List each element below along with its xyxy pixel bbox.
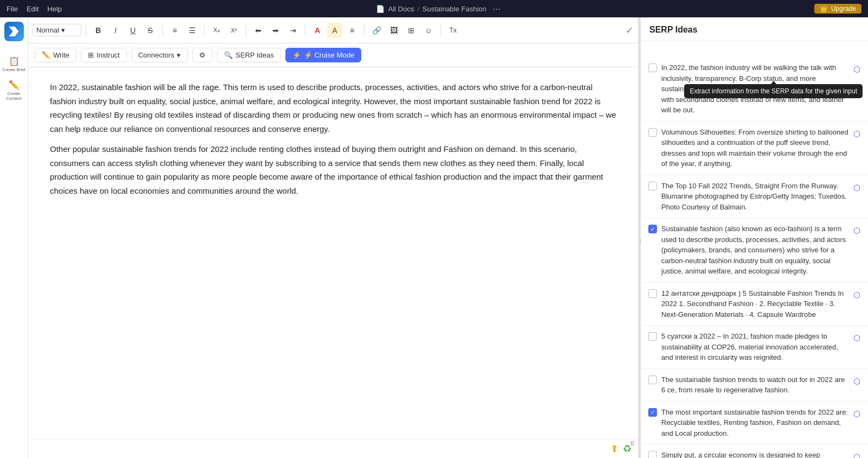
serp-list-item[interactable]: ✓The most important sustainable fashion … [641, 402, 868, 445]
tooltip-text: Extract information from the SERP data f… [690, 87, 857, 95]
resize-handle[interactable] [638, 17, 640, 458]
divider-6 [364, 24, 365, 36]
serp-checkbox[interactable]: ✓ [648, 225, 657, 233]
serp-item-text: The sustainable fashion trends to watch … [661, 374, 849, 396]
breadcrumb-alldocs[interactable]: All Docs [388, 5, 414, 13]
bold-button[interactable]: B [91, 23, 106, 38]
top-navigation: File Edit Help 📄 All Docs / Sustainable … [0, 0, 868, 17]
write-button[interactable]: ✏️ Write [35, 48, 76, 62]
style-label: Normal [36, 26, 59, 34]
serp-panel: SERP Ideas Extract information from the … [640, 17, 868, 458]
search-icon: 🔍 [224, 51, 233, 59]
sidebar-item-create-content[interactable]: ✏️ Create Content [2, 78, 26, 102]
menu-items[interactable]: File Edit Help [7, 5, 62, 13]
italic-button[interactable]: I [108, 23, 123, 38]
serp-checkbox[interactable]: ✓ [648, 408, 657, 417]
action-bar: ✏️ Write ⊞ Instruct Connectors ▾ ⚙ 🔍 SER… [28, 43, 638, 67]
serp-list-item[interactable]: 5 суатски а 2022 – In 2021, fashion made… [641, 326, 868, 369]
menu-help[interactable]: Help [47, 5, 62, 13]
serp-checkbox[interactable] [648, 128, 657, 137]
serp-list-item[interactable]: 12 антатски дендроарк ) 5 Sustainable Fa… [641, 283, 868, 326]
instruct-label: Instruct [97, 51, 120, 59]
app-logo[interactable] [4, 22, 24, 41]
cruise-mode-button[interactable]: ⚡ ⚡ Cruise Mode [285, 48, 361, 62]
connectors-button[interactable]: Connectors ▾ [131, 48, 188, 62]
connectors-label: Connectors [138, 51, 174, 59]
write-label: Write [53, 51, 69, 59]
serp-copy-icon[interactable]: ⬡ [853, 289, 860, 302]
cruise-label: ⚡ Cruise Mode [304, 51, 354, 59]
serp-tooltip: Extract information from the SERP data f… [684, 84, 863, 98]
toolbar-check-icon: ✓ [626, 24, 634, 36]
divider-4 [246, 24, 246, 36]
upgrade-label: Upgrade [831, 5, 856, 12]
serp-panel-header: SERP Ideas [641, 17, 868, 41]
serp-copy-icon[interactable]: ⬡ [853, 63, 860, 76]
menu-file[interactable]: File [7, 5, 18, 13]
image-button[interactable]: 🖼 [386, 23, 401, 38]
bottom-icon-1[interactable]: ⬆ [610, 443, 618, 455]
serp-list-item[interactable]: Voluminous Silhouettes: From oversize sh… [641, 122, 868, 175]
serp-item-text: Sustainable fashion (also known as eco-f… [661, 224, 849, 277]
breadcrumb-current: Sustainable Fashion [423, 5, 487, 13]
serp-checkbox[interactable] [648, 451, 657, 458]
strikethrough-button[interactable]: S [143, 23, 158, 38]
paragraph-1: In 2022, sustainable fashion will be all… [50, 80, 616, 136]
subscript-button[interactable]: X₂ [209, 23, 224, 38]
link-button[interactable]: 🔗 [369, 23, 384, 38]
brief-icon: 📋 [9, 56, 20, 66]
align-left-button[interactable]: ⬅ [251, 23, 266, 38]
menu-edit[interactable]: Edit [27, 5, 39, 13]
serp-copy-icon[interactable]: ⬡ [853, 182, 860, 194]
sidebar-item-create-brief[interactable]: 📋 Create Brief [2, 52, 26, 76]
serp-list-item[interactable]: Simply put, a circular economy is design… [641, 444, 868, 458]
crown-icon: 👑 [820, 5, 828, 12]
serp-list-item[interactable]: The sustainable fashion trends to watch … [641, 369, 868, 402]
serp-item-text: The Top 10 Fall 2022 Trends, Straight Fr… [661, 181, 849, 213]
serp-checkbox[interactable] [648, 289, 657, 298]
serp-panel-title: SERP Ideas [649, 25, 698, 34]
serp-checkbox[interactable] [648, 63, 657, 72]
indent-button[interactable]: ⇥ [285, 23, 301, 38]
serp-copy-icon[interactable]: ⬡ [853, 408, 860, 421]
serp-checkbox[interactable] [648, 182, 657, 190]
emoji-button[interactable]: ☺ [421, 23, 436, 38]
unordered-list-button[interactable]: ☰ [184, 23, 200, 38]
highlight-button[interactable]: A [327, 23, 342, 38]
serp-copy-icon[interactable]: ⬡ [853, 332, 860, 345]
breadcrumb: 📄 All Docs / Sustainable Fashion ⋯ [376, 5, 500, 13]
serp-copy-icon[interactable]: ⬡ [853, 451, 860, 458]
font-color-button[interactable]: A [310, 23, 325, 38]
bottom-icon-2[interactable]: ♻ 0 [623, 443, 631, 455]
superscript-button[interactable]: X² [226, 23, 241, 38]
instruct-button[interactable]: ⊞ Instruct [81, 48, 127, 62]
serp-item-text: Voluminous Silhouettes: From oversize sh… [661, 127, 849, 169]
underline-button[interactable]: U [125, 23, 141, 38]
divider-1 [86, 24, 86, 36]
serp-checkbox[interactable] [648, 376, 657, 384]
paragraph-2: Other popular sustainable fashion trends… [50, 142, 616, 198]
serp-copy-icon[interactable]: ⬡ [853, 225, 860, 237]
divider-3 [204, 24, 205, 36]
divider-5 [305, 24, 305, 36]
justify-button[interactable]: ≡ [344, 23, 360, 38]
style-select[interactable]: Normal ▾ [33, 24, 81, 36]
settings-button[interactable]: ⚙ [192, 48, 213, 62]
serp-label: SERP Ideas [235, 51, 274, 59]
serp-list-item[interactable]: ✓Sustainable fashion (also known as eco-… [641, 218, 868, 283]
table-button[interactable]: ⊞ [404, 23, 419, 38]
align-right-button[interactable]: ➡ [268, 23, 283, 38]
serp-copy-icon[interactable]: ⬡ [853, 376, 860, 388]
serp-ideas-button[interactable]: 🔍 SERP Ideas [217, 48, 281, 62]
clear-format-button[interactable]: Tx [445, 23, 461, 38]
serp-checkbox[interactable] [648, 332, 657, 341]
serp-list-item[interactable]: The Top 10 Fall 2022 Trends, Straight Fr… [641, 175, 868, 219]
breadcrumb-icon: 📄 [376, 5, 385, 13]
ordered-list-button[interactable]: ≡ [167, 23, 182, 38]
share-icon[interactable]: ⋯ [493, 5, 500, 13]
pencil-icon: ✏️ [42, 51, 50, 59]
editor-container: Normal ▾ B I U S ≡ ☰ X₂ X² ⬅ ➡ ⇥ A A ≡ 🔗… [28, 17, 638, 458]
upgrade-button[interactable]: 👑 Upgrade [814, 4, 861, 14]
editor-content-area[interactable]: In 2022, sustainable fashion will be all… [28, 67, 638, 439]
serp-copy-icon[interactable]: ⬡ [853, 128, 860, 141]
